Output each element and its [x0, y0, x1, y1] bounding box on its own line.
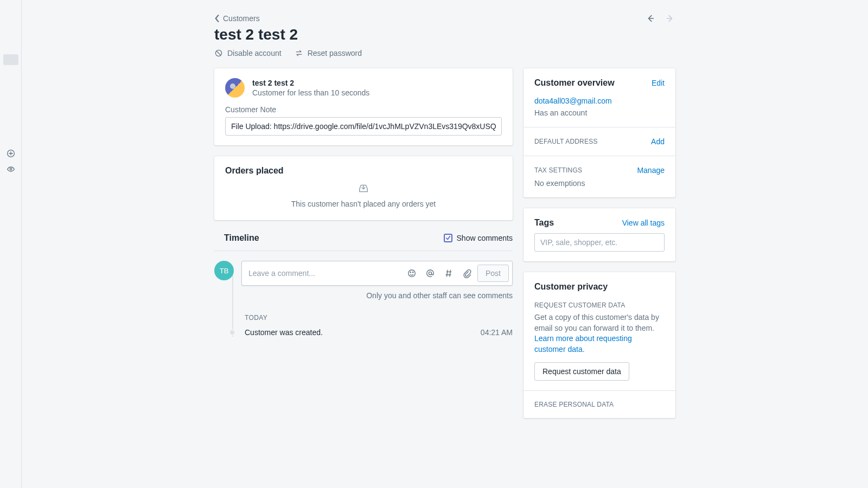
timeline-section: Timeline Show comments TB — [214, 231, 513, 337]
privacy-card: Customer privacy REQUEST CUSTOMER DATA G… — [524, 272, 675, 418]
staff-avatar: TB — [214, 261, 234, 280]
left-rail — [0, 0, 22, 488]
eye-icon[interactable] — [6, 164, 16, 174]
disable-account-label: Disable account — [227, 49, 282, 57]
customer-since: Customer for less than 10 seconds — [252, 88, 369, 97]
timeline-title: Timeline — [214, 233, 259, 243]
request-data-desc: Get a copy of this customer's data by em… — [534, 313, 659, 332]
cancel-circle-icon — [214, 49, 223, 57]
customer-card: test 2 test 2 Customer for less than 10 … — [214, 68, 513, 145]
view-all-tags-link[interactable]: View all tags — [622, 219, 665, 227]
add-address-link[interactable]: Add — [651, 137, 665, 146]
customer-note-label: Customer Note — [225, 105, 502, 114]
timeline-event: Customer was created. 04:21 AM — [214, 328, 513, 337]
account-status: Has an account — [534, 108, 665, 117]
svg-point-1 — [10, 168, 12, 170]
mention-icon[interactable] — [422, 265, 438, 281]
svg-point-5 — [413, 272, 413, 272]
inbox-icon — [358, 182, 369, 194]
svg-point-4 — [410, 272, 411, 272]
timeline-dot-icon — [229, 329, 235, 336]
reset-password-label: Reset password — [308, 49, 362, 57]
rail-active-indicator — [3, 54, 18, 65]
emoji-icon[interactable] — [404, 265, 420, 281]
customer-email[interactable]: dota4all03@gmail.com — [534, 97, 665, 105]
overview-card: Customer overview Edit dota4all03@gmail.… — [524, 68, 675, 197]
tags-input[interactable] — [534, 233, 665, 252]
timeline-date-label: TODAY — [245, 314, 513, 322]
svg-point-3 — [409, 270, 416, 277]
manage-tax-link[interactable]: Manage — [637, 166, 665, 175]
request-data-learn-more[interactable]: Learn more about requesting customer dat… — [534, 334, 632, 354]
edit-overview-link[interactable]: Edit — [652, 79, 665, 87]
tags-card: Tags View all tags — [524, 208, 675, 261]
timeline-line — [232, 273, 233, 337]
request-data-label: REQUEST CUSTOMER DATA — [534, 301, 665, 309]
post-button[interactable]: Post — [477, 265, 509, 282]
tax-exemptions-value: No exemptions — [534, 179, 665, 188]
customer-note-input[interactable] — [225, 117, 502, 136]
customer-avatar — [225, 78, 245, 98]
attachment-icon[interactable] — [459, 265, 475, 281]
show-comments-label: Show comments — [457, 234, 513, 242]
checkbox-checked-icon — [444, 234, 452, 242]
request-customer-data-button[interactable]: Request customer data — [534, 362, 629, 381]
customer-name: test 2 test 2 — [252, 79, 369, 87]
reset-password-button[interactable]: Reset password — [295, 49, 362, 57]
comment-visibility-hint: Only you and other staff can see comment… — [214, 291, 513, 300]
comment-composer: Post — [241, 261, 513, 286]
overview-title: Customer overview — [534, 78, 615, 88]
breadcrumb-label: Customers — [223, 14, 260, 23]
orders-empty-text: This customer hasn't placed any orders y… — [291, 200, 436, 208]
orders-card: Orders placed This customer hasn't place… — [214, 156, 513, 220]
disable-account-button[interactable]: Disable account — [214, 49, 282, 57]
breadcrumb-back[interactable]: Customers — [214, 14, 260, 23]
next-arrow-icon — [665, 13, 675, 24]
timeline-event-text: Customer was created. — [245, 328, 481, 337]
default-address-label: DEFAULT ADDRESS — [534, 138, 598, 145]
prev-arrow-icon[interactable] — [645, 13, 656, 24]
tax-settings-label: TAX SETTINGS — [534, 166, 582, 174]
tags-title: Tags — [534, 218, 554, 228]
timeline-event-time: 04:21 AM — [481, 328, 513, 337]
svg-point-6 — [429, 272, 431, 274]
main-scroll[interactable]: Customers test 2 test 2 Disable account … — [22, 0, 868, 488]
orders-title: Orders placed — [225, 166, 502, 176]
hash-icon[interactable] — [441, 265, 457, 281]
plus-circle-icon[interactable] — [6, 149, 16, 158]
erase-data-label: ERASE PERSONAL DATA — [534, 401, 665, 408]
swap-icon — [295, 49, 303, 57]
show-comments-toggle[interactable]: Show comments — [444, 234, 513, 242]
chevron-left-icon — [214, 15, 220, 22]
page-title: test 2 test 2 — [214, 26, 675, 43]
comment-input[interactable] — [248, 269, 401, 278]
privacy-title: Customer privacy — [534, 282, 665, 292]
